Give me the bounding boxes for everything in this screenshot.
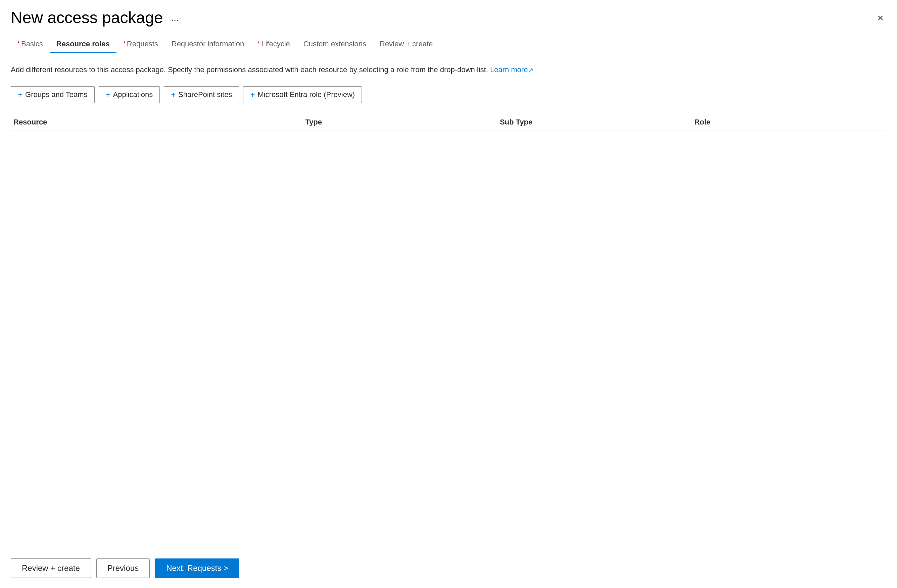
previous-button[interactable]: Previous <box>96 559 150 578</box>
table-body <box>11 131 886 265</box>
requests-required-star: * <box>123 40 126 47</box>
column-type: Type <box>303 118 497 127</box>
tab-lifecycle[interactable]: * Lifecycle <box>251 35 297 53</box>
column-role: Role <box>692 118 886 127</box>
tab-review-create[interactable]: Review + create <box>373 35 439 53</box>
groups-and-teams-button[interactable]: + Groups and Teams <box>11 86 95 103</box>
more-options-button[interactable]: ... <box>168 11 182 24</box>
tab-basics[interactable]: * Basics <box>11 35 50 53</box>
column-sub-type: Sub Type <box>497 118 692 127</box>
microsoft-entra-role-button[interactable]: + Microsoft Entra role (Preview) <box>243 86 362 103</box>
action-buttons-row: + Groups and Teams + Applications + Shar… <box>11 86 886 103</box>
applications-button[interactable]: + Applications <box>99 86 160 103</box>
external-link-icon: ↗ <box>528 67 533 73</box>
next-requests-button[interactable]: Next: Requests > <box>155 559 239 578</box>
close-button[interactable]: × <box>874 10 886 26</box>
plus-icon-entra: + <box>250 90 255 99</box>
description: Add different resources to this access p… <box>11 64 886 75</box>
sharepoint-sites-button[interactable]: + SharePoint sites <box>164 86 239 103</box>
tab-requestor-information[interactable]: Requestor information <box>165 35 251 53</box>
tab-custom-extensions[interactable]: Custom extensions <box>297 35 373 53</box>
page-title: New access package <box>11 8 163 27</box>
plus-icon-groups: + <box>18 90 23 99</box>
header: New access package ... × <box>11 8 886 27</box>
lifecycle-required-star: * <box>257 40 260 47</box>
plus-icon-sharepoint: + <box>171 90 176 99</box>
table-header: Resource Type Sub Type Role <box>11 114 886 131</box>
header-left: New access package ... <box>11 8 182 27</box>
footer-bar: Review + create Previous Next: Requests … <box>0 548 897 588</box>
resource-roles-table: Resource Type Sub Type Role <box>11 114 886 588</box>
tabs-container: * Basics Resource roles * Requests Reque… <box>11 35 886 53</box>
tab-requests[interactable]: * Requests <box>116 35 165 53</box>
column-resource: Resource <box>11 118 303 127</box>
plus-icon-applications: + <box>106 90 110 99</box>
tab-resource-roles[interactable]: Resource roles <box>50 35 116 53</box>
basics-required-star: * <box>17 40 20 47</box>
review-create-button[interactable]: Review + create <box>11 559 91 578</box>
learn-more-link[interactable]: Learn more↗ <box>490 66 534 74</box>
